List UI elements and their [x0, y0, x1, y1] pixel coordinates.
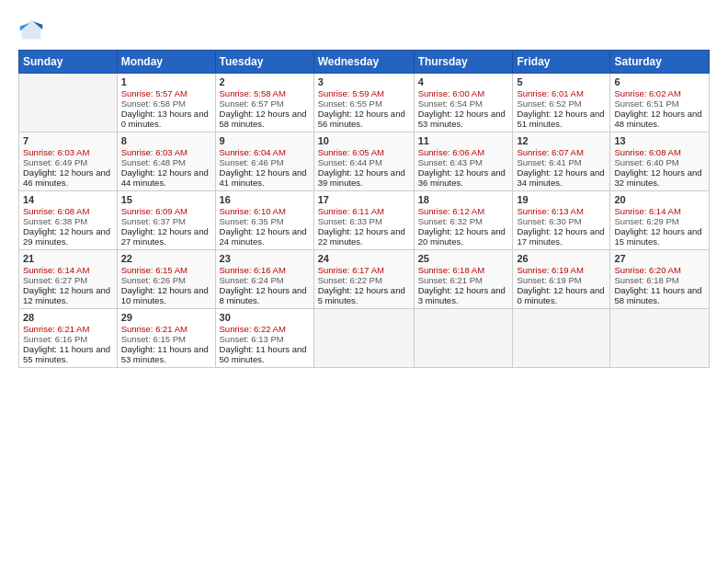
daylight-text: Daylight: 12 hours and 34 minutes. — [517, 167, 606, 188]
sunset-text: Sunset: 6:54 PM — [418, 98, 509, 109]
sunrise-text: Sunrise: 6:16 AM — [220, 265, 310, 275]
day-number: 17 — [318, 194, 410, 205]
calendar-cell: 8Sunrise: 6:03 AMSunset: 6:48 PMDaylight… — [117, 132, 215, 191]
calendar-cell: 27Sunrise: 6:20 AMSunset: 6:18 PMDayligh… — [610, 250, 710, 309]
calendar-cell: 18Sunrise: 6:12 AMSunset: 6:32 PMDayligh… — [414, 191, 513, 250]
daylight-text: Daylight: 12 hours and 39 minutes. — [318, 167, 410, 188]
sunset-text: Sunset: 6:27 PM — [23, 275, 113, 285]
calendar-cell: 25Sunrise: 6:18 AMSunset: 6:21 PMDayligh… — [414, 250, 513, 309]
day-number: 26 — [517, 253, 606, 264]
day-number: 20 — [614, 194, 705, 205]
sunset-text: Sunset: 6:43 PM — [418, 157, 509, 167]
sunrise-text: Sunrise: 5:58 AM — [220, 88, 310, 98]
day-number: 24 — [318, 253, 410, 264]
calendar-cell: 10Sunrise: 6:05 AMSunset: 6:44 PMDayligh… — [313, 132, 414, 191]
daylight-text: Daylight: 12 hours and 29 minutes. — [23, 226, 113, 247]
calendar-cell: 4Sunrise: 6:00 AMSunset: 6:54 PMDaylight… — [414, 74, 513, 132]
calendar-cell — [610, 309, 710, 368]
sunset-text: Sunset: 6:33 PM — [318, 216, 410, 226]
logo — [18, 17, 48, 42]
calendar-cell: 2Sunrise: 5:58 AMSunset: 6:57 PMDaylight… — [215, 74, 313, 132]
daylight-text: Daylight: 12 hours and 36 minutes. — [418, 167, 509, 188]
calendar-cell: 11Sunrise: 6:06 AMSunset: 6:43 PMDayligh… — [414, 132, 513, 191]
sunset-text: Sunset: 6:38 PM — [23, 216, 113, 226]
day-number: 28 — [23, 312, 113, 323]
calendar-cell: 26Sunrise: 6:19 AMSunset: 6:19 PMDayligh… — [513, 250, 610, 309]
calendar-cell: 28Sunrise: 6:21 AMSunset: 6:16 PMDayligh… — [19, 309, 118, 368]
day-number: 22 — [121, 253, 211, 264]
sunset-text: Sunset: 6:15 PM — [121, 334, 211, 344]
day-number: 12 — [517, 135, 606, 146]
daylight-text: Daylight: 12 hours and 46 minutes. — [23, 167, 113, 188]
calendar-cell: 9Sunrise: 6:04 AMSunset: 6:46 PMDaylight… — [215, 132, 313, 191]
column-header-thursday: Thursday — [414, 51, 513, 74]
calendar-header-row: SundayMondayTuesdayWednesdayThursdayFrid… — [19, 51, 710, 74]
sunset-text: Sunset: 6:18 PM — [614, 275, 705, 285]
sunset-text: Sunset: 6:29 PM — [614, 216, 705, 226]
sunrise-text: Sunrise: 6:05 AM — [318, 147, 410, 157]
calendar-cell: 13Sunrise: 6:08 AMSunset: 6:40 PMDayligh… — [610, 132, 710, 191]
day-number: 4 — [418, 76, 509, 87]
day-number: 10 — [318, 135, 410, 146]
day-number: 30 — [220, 312, 310, 323]
sunrise-text: Sunrise: 6:08 AM — [23, 206, 113, 216]
sunrise-text: Sunrise: 6:21 AM — [121, 324, 211, 334]
calendar-cell: 15Sunrise: 6:09 AMSunset: 6:37 PMDayligh… — [117, 191, 215, 250]
calendar-cell: 20Sunrise: 6:14 AMSunset: 6:29 PMDayligh… — [610, 191, 710, 250]
daylight-text: Daylight: 12 hours and 51 minutes. — [517, 109, 606, 129]
day-number: 6 — [614, 76, 705, 87]
column-header-saturday: Saturday — [610, 51, 710, 74]
calendar-cell: 7Sunrise: 6:03 AMSunset: 6:49 PMDaylight… — [19, 132, 118, 191]
sunset-text: Sunset: 6:51 PM — [614, 98, 705, 109]
sunrise-text: Sunrise: 6:14 AM — [614, 206, 705, 216]
sunrise-text: Sunrise: 6:09 AM — [121, 206, 211, 216]
calendar-cell: 12Sunrise: 6:07 AMSunset: 6:41 PMDayligh… — [513, 132, 610, 191]
daylight-text: Daylight: 11 hours and 53 minutes. — [121, 344, 211, 364]
daylight-text: Daylight: 12 hours and 3 minutes. — [418, 285, 509, 305]
day-number: 29 — [121, 312, 211, 323]
day-number: 23 — [220, 253, 310, 264]
calendar-cell: 14Sunrise: 6:08 AMSunset: 6:38 PMDayligh… — [19, 191, 118, 250]
sunrise-text: Sunrise: 6:22 AM — [220, 324, 310, 334]
daylight-text: Daylight: 12 hours and 15 minutes. — [614, 226, 705, 247]
sunrise-text: Sunrise: 6:12 AM — [418, 206, 509, 216]
daylight-text: Daylight: 12 hours and 48 minutes. — [614, 109, 705, 129]
daylight-text: Daylight: 12 hours and 0 minutes. — [517, 285, 606, 305]
sunset-text: Sunset: 6:40 PM — [614, 157, 705, 167]
daylight-text: Daylight: 11 hours and 50 minutes. — [220, 344, 310, 364]
day-number: 14 — [23, 194, 113, 205]
sunrise-text: Sunrise: 6:10 AM — [220, 206, 310, 216]
daylight-text: Daylight: 12 hours and 24 minutes. — [220, 226, 310, 247]
daylight-text: Daylight: 12 hours and 20 minutes. — [418, 226, 509, 247]
daylight-text: Daylight: 12 hours and 22 minutes. — [318, 226, 410, 247]
day-number: 18 — [418, 194, 509, 205]
day-number: 13 — [614, 135, 705, 146]
sunset-text: Sunset: 6:19 PM — [517, 275, 606, 285]
daylight-text: Daylight: 12 hours and 12 minutes. — [23, 285, 113, 305]
day-number: 11 — [418, 135, 509, 146]
calendar-cell: 21Sunrise: 6:14 AMSunset: 6:27 PMDayligh… — [19, 250, 118, 309]
page: SundayMondayTuesdayWednesdayThursdayFrid… — [0, 0, 728, 563]
calendar-table: SundayMondayTuesdayWednesdayThursdayFrid… — [18, 50, 710, 368]
sunset-text: Sunset: 6:35 PM — [220, 216, 310, 226]
daylight-text: Daylight: 12 hours and 56 minutes. — [318, 109, 410, 129]
sunset-text: Sunset: 6:57 PM — [220, 98, 310, 109]
column-header-sunday: Sunday — [19, 51, 118, 74]
calendar-cell: 6Sunrise: 6:02 AMSunset: 6:51 PMDaylight… — [610, 74, 710, 132]
day-number: 5 — [517, 76, 606, 87]
daylight-text: Daylight: 11 hours and 55 minutes. — [23, 344, 113, 364]
calendar-week-row: 7Sunrise: 6:03 AMSunset: 6:49 PMDaylight… — [19, 132, 710, 191]
calendar-cell: 17Sunrise: 6:11 AMSunset: 6:33 PMDayligh… — [313, 191, 414, 250]
calendar-cell: 16Sunrise: 6:10 AMSunset: 6:35 PMDayligh… — [215, 191, 313, 250]
calendar-cell: 24Sunrise: 6:17 AMSunset: 6:22 PMDayligh… — [313, 250, 414, 309]
sunrise-text: Sunrise: 6:02 AM — [614, 88, 705, 98]
day-number: 25 — [418, 253, 509, 264]
daylight-text: Daylight: 12 hours and 5 minutes. — [318, 285, 410, 305]
day-number: 8 — [121, 135, 211, 146]
daylight-text: Daylight: 13 hours and 0 minutes. — [121, 109, 211, 129]
daylight-text: Daylight: 12 hours and 41 minutes. — [220, 167, 310, 188]
calendar-cell: 22Sunrise: 6:15 AMSunset: 6:26 PMDayligh… — [117, 250, 215, 309]
calendar-week-row: 1Sunrise: 5:57 AMSunset: 6:58 PMDaylight… — [19, 74, 710, 132]
sunset-text: Sunset: 6:49 PM — [23, 157, 113, 167]
day-number: 15 — [121, 194, 211, 205]
